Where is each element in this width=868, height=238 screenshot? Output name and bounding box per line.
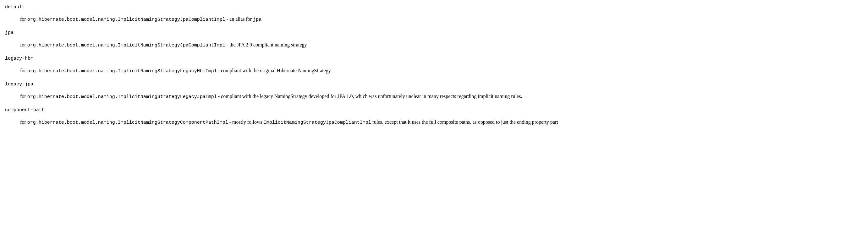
desc-pre: compliant with the legacy NamingStrategy… <box>221 94 522 99</box>
for-word: for <box>20 94 27 99</box>
term-jpa: jpa <box>5 30 863 37</box>
term-legacy-jpa: legacy-jpa <box>5 81 863 88</box>
desc-legacy-hbm: for org.hibernate.boot.model.naming.Impl… <box>20 67 863 75</box>
term-default: default <box>5 4 863 11</box>
desc-pre: an alias for <box>229 16 253 22</box>
inline-code: ImplicitNamingStrategyJpaCompliantImpl <box>264 120 371 125</box>
for-word: for <box>20 119 27 125</box>
desc-jpa: for org.hibernate.boot.model.naming.Impl… <box>20 41 863 49</box>
class-code: org.hibernate.boot.model.naming.Implicit… <box>27 94 217 100</box>
sep: - <box>217 94 221 99</box>
desc-post: rules, except that it uses the full comp… <box>371 119 558 125</box>
sep: - <box>225 42 229 47</box>
for-word: for <box>20 42 27 47</box>
term-component-path: component-path <box>5 107 863 114</box>
class-code: org.hibernate.boot.model.naming.Implicit… <box>27 17 225 22</box>
desc-legacy-jpa: for org.hibernate.boot.model.naming.Impl… <box>20 93 863 101</box>
desc-pre: mostly follows <box>232 119 264 125</box>
desc-pre: compliant with the original Hibernate Na… <box>221 68 331 73</box>
term-legacy-hbm: legacy-hbm <box>5 55 863 63</box>
desc-default: for org.hibernate.boot.model.naming.Impl… <box>20 15 863 24</box>
sep: - <box>228 119 232 125</box>
sep: - <box>225 16 229 22</box>
class-code: org.hibernate.boot.model.naming.Implicit… <box>27 120 228 125</box>
sep: - <box>217 68 221 73</box>
desc-pre: the JPA 2.0 compliant naming strategy <box>229 42 307 47</box>
class-code: org.hibernate.boot.model.naming.Implicit… <box>27 68 217 74</box>
for-word: for <box>20 68 27 73</box>
for-word: for <box>20 16 27 22</box>
definition-list: default for org.hibernate.boot.model.nam… <box>5 4 863 126</box>
inline-code: jpa <box>253 17 261 22</box>
desc-component-path: for org.hibernate.boot.model.naming.Impl… <box>20 118 863 127</box>
class-code: org.hibernate.boot.model.naming.Implicit… <box>27 43 225 48</box>
